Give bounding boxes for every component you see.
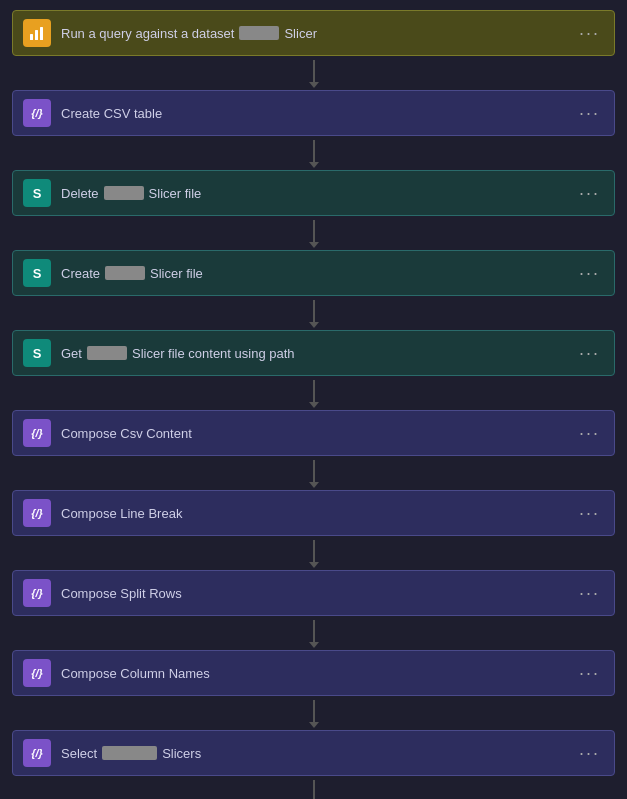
- step-label: Create CSV table: [61, 106, 575, 121]
- more-options-button[interactable]: ···: [575, 183, 604, 204]
- step-label: Compose Csv Content: [61, 426, 575, 441]
- step-create-csv[interactable]: {/} Create CSV table ···: [12, 90, 615, 136]
- step-label: Select Slicers: [61, 746, 575, 761]
- more-options-button[interactable]: ···: [575, 663, 604, 684]
- connector-2: [12, 136, 615, 170]
- connector-4: [12, 296, 615, 330]
- connector-3: [12, 216, 615, 250]
- more-options-button[interactable]: ···: [575, 263, 604, 284]
- compose-icon: {/}: [23, 739, 51, 767]
- step-label: Get Slicer file content using path: [61, 346, 575, 361]
- more-options-button[interactable]: ···: [575, 503, 604, 524]
- svg-rect-0: [30, 34, 33, 40]
- more-options-button[interactable]: ···: [575, 423, 604, 444]
- flow-canvas: Run a query against a dataset Slicer ···…: [12, 10, 615, 799]
- sharepoint-icon: S: [23, 179, 51, 207]
- dataset-icon: [23, 19, 51, 47]
- compose-icon: {/}: [23, 99, 51, 127]
- step-run-query[interactable]: Run a query against a dataset Slicer ···: [12, 10, 615, 56]
- more-options-button[interactable]: ···: [575, 23, 604, 44]
- step-create-file[interactable]: S Create Slicer file ···: [12, 250, 615, 296]
- svg-rect-1: [35, 30, 38, 40]
- step-delete-file[interactable]: S Delete Slicer file ···: [12, 170, 615, 216]
- sharepoint-icon: S: [23, 259, 51, 287]
- connector-10: [12, 776, 615, 799]
- connector-7: [12, 536, 615, 570]
- connector-9: [12, 696, 615, 730]
- svg-rect-2: [40, 27, 43, 40]
- step-compose-csv-content[interactable]: {/} Compose Csv Content ···: [12, 410, 615, 456]
- step-label: Compose Column Names: [61, 666, 575, 681]
- step-label: Delete Slicer file: [61, 186, 575, 201]
- more-options-button[interactable]: ···: [575, 583, 604, 604]
- more-options-button[interactable]: ···: [575, 343, 604, 364]
- compose-icon: {/}: [23, 419, 51, 447]
- step-compose-line-break[interactable]: {/} Compose Line Break ···: [12, 490, 615, 536]
- connector-6: [12, 456, 615, 490]
- more-options-button[interactable]: ···: [575, 743, 604, 764]
- compose-icon: {/}: [23, 579, 51, 607]
- connector-5: [12, 376, 615, 410]
- step-label: Run a query against a dataset Slicer: [61, 26, 575, 41]
- step-get-file-content[interactable]: S Get Slicer file content using path ···: [12, 330, 615, 376]
- step-label: Compose Line Break: [61, 506, 575, 521]
- compose-icon: {/}: [23, 499, 51, 527]
- step-label: Create Slicer file: [61, 266, 575, 281]
- step-select-slicers[interactable]: {/} Select Slicers ···: [12, 730, 615, 776]
- connector-8: [12, 616, 615, 650]
- step-label: Compose Split Rows: [61, 586, 575, 601]
- step-compose-split-rows[interactable]: {/} Compose Split Rows ···: [12, 570, 615, 616]
- more-options-button[interactable]: ···: [575, 103, 604, 124]
- sharepoint-icon: S: [23, 339, 51, 367]
- connector-1: [12, 56, 615, 90]
- step-compose-column-names[interactable]: {/} Compose Column Names ···: [12, 650, 615, 696]
- compose-icon: {/}: [23, 659, 51, 687]
